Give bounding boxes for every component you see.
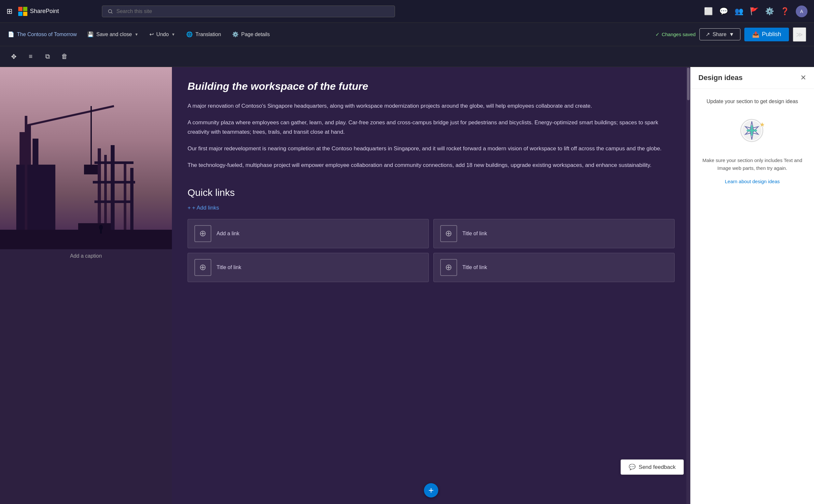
- scrollbar-thumb[interactable]: [687, 68, 690, 100]
- paragraph-4: The technology-fueled, multiphase projec…: [187, 161, 675, 170]
- chat-icon[interactable]: 💬: [719, 7, 728, 16]
- design-panel-header: Design ideas ✕: [691, 67, 814, 89]
- topbar-right: ⬜ 💬 👥 🚩 ⚙️ ❓ A: [704, 6, 807, 17]
- send-feedback-button[interactable]: 💬 Send feedback: [621, 459, 684, 475]
- scrollbar-track[interactable]: [686, 67, 690, 504]
- svg-rect-2: [18, 12, 22, 16]
- quick-links-title: Quick links: [187, 187, 675, 198]
- feedback-label: Send feedback: [639, 464, 676, 470]
- save-close-arrow: ▼: [134, 32, 138, 37]
- links-grid: ⊕ Add a link ⊕ Title of link ⊕ Title of …: [187, 219, 675, 282]
- link-title-2: Title of link: [462, 231, 487, 237]
- translation-button[interactable]: 🌐 Translation: [182, 29, 226, 40]
- svg-rect-20: [94, 161, 133, 164]
- svg-rect-22: [94, 200, 133, 203]
- cmdbar: 📄 The Contoso of Tomorrow 💾 Save and clo…: [0, 23, 814, 46]
- publish-button[interactable]: 📤 Publish: [744, 28, 789, 41]
- design-panel-description: Make sure your section only includes Tex…: [698, 157, 806, 172]
- svg-line-5: [111, 12, 112, 13]
- link-globe-icon-1: ⊕: [194, 225, 211, 242]
- share-arrow: ▼: [729, 32, 734, 37]
- design-panel-body: Update your section to get design ideas …: [691, 89, 814, 504]
- avatar[interactable]: A: [796, 6, 807, 17]
- settings-icon[interactable]: ⚙️: [765, 7, 774, 16]
- people-icon[interactable]: 👥: [735, 7, 743, 16]
- search-box[interactable]: [102, 6, 395, 17]
- svg-rect-14: [84, 165, 98, 174]
- flag-icon[interactable]: 🚩: [750, 7, 759, 16]
- topbar: ⊞ SharePoint ⬜ 💬 👥 🚩 ⚙️ ❓ A: [0, 0, 814, 23]
- site-icon: 📄: [8, 31, 14, 37]
- delete-button[interactable]: 🗑: [57, 49, 72, 64]
- image-panel: Add a caption: [0, 67, 172, 504]
- add-links-button[interactable]: + + Add links: [187, 205, 675, 211]
- design-panel-subtitle: Update your section to get design ideas: [707, 99, 798, 104]
- svg-rect-1: [23, 7, 27, 11]
- design-panel-title: Design ideas: [698, 74, 743, 82]
- svg-point-4: [108, 9, 112, 13]
- main-layout: Add a caption Building the workspace of …: [0, 67, 814, 504]
- svg-rect-24: [78, 223, 111, 233]
- publish-icon: 📤: [752, 31, 759, 38]
- app-name: SharePoint: [30, 8, 59, 15]
- collapse-panel-button[interactable]: ≫: [793, 27, 806, 42]
- share-label: Share: [712, 32, 726, 37]
- paragraph-1: A major renovation of Contoso's Singapor…: [187, 102, 675, 111]
- svg-point-25: [99, 225, 103, 230]
- site-name[interactable]: 📄 The Contoso of Tomorrow: [8, 31, 77, 37]
- content-body: A major renovation of Contoso's Singapor…: [187, 102, 675, 170]
- design-panel-close-button[interactable]: ✕: [800, 74, 806, 82]
- add-links-label: + Add links: [192, 205, 219, 211]
- page-details-icon: ⚙️: [232, 31, 239, 37]
- search-input[interactable]: [117, 8, 390, 14]
- page-details-button[interactable]: ⚙️ Page details: [228, 29, 274, 40]
- translation-icon: 🌐: [186, 31, 193, 37]
- edit-button[interactable]: ≡: [23, 49, 38, 64]
- link-item-2[interactable]: ⊕ Title of link: [434, 219, 675, 248]
- accessibility-icon[interactable]: ⬜: [704, 7, 713, 16]
- construction-svg: [0, 67, 172, 249]
- toolbar: ✥ ≡ ⧉ 🗑: [0, 46, 814, 67]
- link-globe-icon-3: ⊕: [194, 259, 211, 276]
- share-button[interactable]: ↗ Share ▼: [699, 28, 740, 40]
- publish-label: Publish: [762, 31, 781, 38]
- save-close-button[interactable]: 💾 Save and close ▼: [83, 29, 143, 40]
- undo-icon: ↩: [149, 31, 154, 37]
- link-title-1: Add a link: [216, 231, 239, 237]
- design-panel: Design ideas ✕ Update your section to ge…: [690, 67, 814, 504]
- link-title-3: Title of link: [216, 265, 241, 270]
- add-section-button[interactable]: +: [424, 483, 438, 497]
- changes-saved-label: Changes saved: [662, 32, 696, 37]
- share-icon: ↗: [706, 31, 710, 37]
- page-details-label: Page details: [241, 32, 270, 37]
- design-ideas-icon: [736, 115, 769, 147]
- image-caption[interactable]: Add a caption: [70, 253, 102, 259]
- undo-button[interactable]: ↩ Undo ▼: [145, 29, 180, 40]
- changes-saved-status: ✓ Changes saved: [655, 32, 696, 37]
- link-globe-icon-2: ⊕: [440, 225, 457, 242]
- lightbulb-sparkle-svg: [736, 115, 769, 147]
- undo-arrow: ▼: [171, 32, 175, 37]
- learn-design-ideas-link[interactable]: Learn about design ideas: [725, 179, 780, 184]
- help-icon[interactable]: ❓: [780, 7, 789, 16]
- save-close-label: Save and close: [96, 32, 132, 37]
- search-icon: [107, 8, 113, 14]
- move-button[interactable]: ✥: [7, 49, 21, 64]
- link-item-4[interactable]: ⊕ Title of link: [434, 253, 675, 282]
- cmd-right: ✓ Changes saved ↗ Share ▼ 📤 Publish ≫: [655, 27, 806, 42]
- waffle-icon[interactable]: ⊞: [7, 7, 12, 16]
- svg-rect-0: [18, 7, 22, 11]
- content-title: Building the workspace of the future: [187, 80, 675, 92]
- svg-rect-26: [100, 230, 102, 234]
- link-item-3[interactable]: ⊕ Title of link: [187, 253, 429, 282]
- svg-rect-31: [747, 129, 757, 131]
- undo-label: Undo: [156, 32, 169, 37]
- link-title-4: Title of link: [462, 265, 487, 270]
- link-item-1[interactable]: ⊕ Add a link: [187, 219, 429, 248]
- svg-rect-21: [93, 181, 135, 184]
- translation-label: Translation: [195, 32, 221, 37]
- link-globe-icon-4: ⊕: [440, 259, 457, 276]
- paragraph-2: A community plaza where employees can ga…: [187, 118, 675, 137]
- paragraph-3: Our first major redevelopment is nearing…: [187, 144, 675, 154]
- copy-button[interactable]: ⧉: [40, 49, 55, 64]
